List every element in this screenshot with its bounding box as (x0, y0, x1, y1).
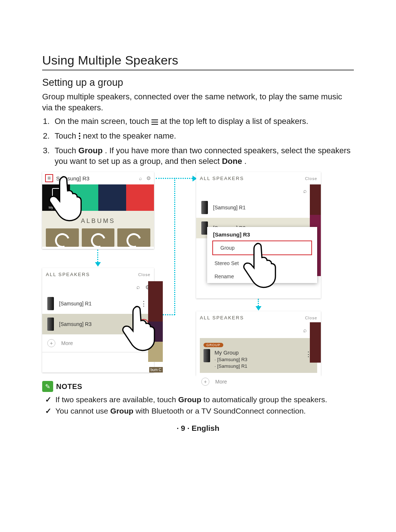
album-thumb[interactable] (46, 228, 79, 247)
albums-heading: ALBUMS (42, 211, 154, 228)
more-row[interactable]: + More (42, 334, 154, 352)
group-badge: GROUP (203, 343, 223, 347)
note-item: You cannot use Group with Bluetooth or a… (55, 406, 354, 417)
more-row[interactable]: + More (196, 373, 321, 390)
page-number: 9 (181, 424, 185, 432)
menu-item-rename[interactable]: Rename (207, 270, 317, 283)
screenshot-context-menu: ALL SPEAKERS Close ⌕ ⚙ [Samsung] R1 ⋮ [S… (196, 172, 321, 298)
step-3-done: Done (222, 157, 242, 166)
note-text: to automatically group the speakers. (203, 395, 327, 404)
figure-area: Samsung] R3 ⌕ ⚙ My Phone ALBUMS (42, 172, 354, 377)
note-bold: Group (110, 407, 133, 415)
source-tile[interactable] (126, 184, 154, 211)
row-menu-button[interactable]: ⋮ (139, 298, 149, 309)
speaker-row[interactable]: [Samsung] R1 ⋮ (196, 197, 321, 218)
screenshot-main-screen: Samsung] R3 ⌕ ⚙ My Phone ALBUMS (42, 172, 154, 249)
source-tile[interactable] (98, 184, 126, 211)
myphone-label: My Phone (49, 206, 64, 209)
step-2: Touch next to the speaker name. (42, 131, 354, 142)
album-thumb[interactable] (82, 228, 115, 247)
menu-button-highlight[interactable] (45, 174, 53, 182)
note-text: You cannot use (55, 407, 110, 415)
more-label: More (215, 379, 227, 385)
menu-item-group-highlight[interactable]: Group (212, 241, 312, 255)
speaker-icon (201, 201, 208, 214)
speaker-name: [Samsung] R1 (59, 301, 92, 307)
group-member: · [Samsung] R3 (214, 356, 247, 363)
group-name: My Group (214, 349, 247, 356)
note-item: If two speakers are available, touch Gro… (55, 394, 354, 405)
close-button[interactable]: Close (305, 316, 317, 320)
step-1: On the main screen, touch at the top lef… (42, 116, 354, 128)
step-2-post: next to the speaker name. (83, 131, 176, 140)
step-3: Touch Group . If you have more than two … (42, 145, 354, 167)
popup-title: [Samsung] R3 (207, 227, 317, 239)
row-menu-button-highlight[interactable]: ⋮ (139, 319, 149, 329)
album-thumb[interactable] (117, 228, 150, 247)
speaker-icon (203, 349, 210, 362)
step-1-pre: On the main screen, touch (55, 117, 151, 126)
notes-icon: ✎ (42, 381, 53, 392)
speaker-icon (47, 318, 54, 331)
plus-icon: + (201, 378, 209, 386)
menu-item-stereo[interactable]: Stereo Set (207, 257, 317, 270)
svg-point-0 (79, 133, 80, 134)
speaker-icon (47, 297, 54, 310)
search-icon[interactable]: ⌕ (139, 175, 142, 181)
screen-title: Samsung] R3 (56, 175, 136, 181)
speaker-row[interactable]: [Samsung] R1 ⋮ (42, 293, 154, 314)
panel-title: ALL SPEAKERS (200, 176, 244, 181)
step-2-pre: Touch (55, 131, 78, 140)
panel-title: ALL SPEAKERS (200, 315, 244, 320)
note-text: with Bluetooth or a TV SoundConnect conn… (136, 407, 306, 415)
close-button[interactable]: Close (138, 272, 150, 277)
section-heading: Setting up a group (42, 77, 354, 88)
step-3-post: . (244, 157, 246, 166)
notes-heading: NOTES (56, 382, 82, 391)
source-tile-myphone[interactable]: My Phone (42, 184, 70, 211)
page-footer: · 9 · English (42, 424, 354, 433)
footer-language: English (192, 424, 220, 432)
speaker-name: [Samsung] R1 (213, 205, 246, 210)
search-icon[interactable]: ⌕ (303, 327, 307, 334)
step-1-post: at the top left to display a list of spe… (160, 117, 308, 126)
screenshot-speaker-list: ALL SPEAKERS Close ⌕ ⚙ [Samsung] R1 ⋮ [S… (42, 268, 154, 373)
screenshot-group-created: ALL SPEAKERS Close ⌕ ⚙ GROUP My Group · … (196, 311, 321, 375)
note-bold: Group (178, 395, 201, 404)
note-text: If two speakers are available, touch (55, 395, 178, 404)
partial-label: bum C (149, 367, 163, 373)
intro-text: Group multiple speakers, connected over … (42, 91, 354, 113)
search-icon[interactable]: ⌕ (303, 188, 307, 194)
step-3-pre: Touch (55, 146, 78, 155)
svg-point-1 (79, 135, 80, 137)
page-title: Using Multiple Speakers (42, 53, 354, 70)
svg-point-2 (79, 138, 80, 139)
gear-icon[interactable]: ⚙ (146, 175, 151, 181)
group-card[interactable]: GROUP My Group · [Samsung] R3 · [Samsung… (200, 338, 317, 373)
group-member: · [Samsung] R1 (214, 363, 247, 370)
step-3-group: Group (78, 146, 103, 155)
source-tile[interactable] (70, 184, 98, 211)
more-label: More (61, 340, 73, 346)
phone-icon (52, 188, 60, 201)
search-icon[interactable]: ⌕ (136, 284, 140, 290)
speaker-row-selected[interactable]: [Samsung] R3 ⋮ (42, 314, 154, 334)
plus-icon: + (47, 339, 55, 347)
vertical-dots-icon (78, 131, 81, 142)
speaker-name: [Samsung] R3 (59, 321, 92, 327)
hamburger-icon (151, 117, 158, 128)
context-popup: [Samsung] R3 Group Stereo Set Rename (207, 227, 317, 283)
close-button[interactable]: Close (305, 176, 317, 181)
panel-title: ALL SPEAKERS (46, 272, 90, 277)
